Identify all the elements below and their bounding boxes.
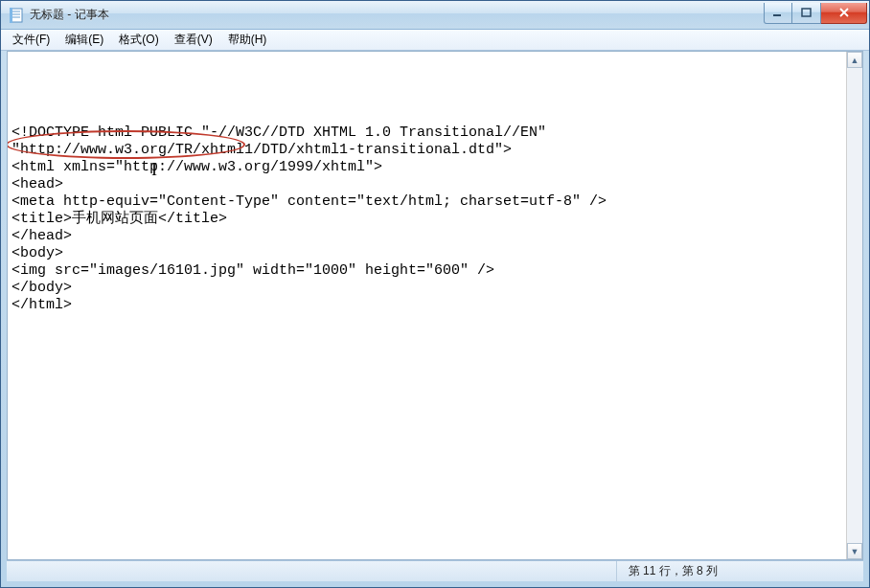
editor-line: <img src="images/16101.jpg" width="1000"… (11, 262, 842, 280)
editor-line: <head> (11, 176, 842, 193)
svg-rect-5 (773, 14, 781, 16)
editor-line: <html xmlns="http://www.w3.org/1999/xhtm… (11, 159, 842, 176)
menu-format[interactable]: 格式(O) (111, 30, 166, 50)
notepad-window: 无标题 - 记事本 文件(F) 编辑(E) 格式(O) 查看(V) 帮助(H) … (0, 0, 870, 588)
statusbar: 第 11 行，第 8 列 (7, 560, 863, 581)
editor-line: </head> (11, 228, 842, 245)
scroll-track[interactable] (847, 68, 862, 543)
editor-line: "http://www.w3.org/TR/xhtml1/DTD/xhtml1-… (11, 142, 842, 159)
svg-rect-4 (10, 8, 12, 23)
scroll-down-button[interactable]: ▼ (847, 543, 862, 559)
editor-line: <title>手机网站页面</title> (11, 211, 842, 228)
scroll-up-button[interactable]: ▲ (847, 52, 862, 68)
menu-help[interactable]: 帮助(H) (220, 30, 275, 50)
editor-container: I <!DOCTYPE html PUBLIC "-//W3C//DTD XHT… (7, 51, 863, 560)
menubar: 文件(F) 编辑(E) 格式(O) 查看(V) 帮助(H) (1, 30, 869, 51)
editor-line: </body> (11, 280, 842, 297)
editor-line: <meta http-equiv="Content-Type" content=… (11, 193, 842, 211)
vertical-scrollbar[interactable]: ▲ ▼ (846, 52, 862, 559)
text-editor[interactable]: I <!DOCTYPE html PUBLIC "-//W3C//DTD XHT… (8, 52, 846, 559)
maximize-button[interactable] (792, 3, 821, 24)
notepad-icon (9, 8, 24, 23)
editor-line: <body> (11, 245, 842, 262)
svg-rect-6 (802, 9, 811, 16)
cursor-position: 第 11 行，第 8 列 (616, 561, 729, 581)
menu-file[interactable]: 文件(F) (5, 30, 57, 50)
menu-edit[interactable]: 编辑(E) (57, 30, 111, 50)
editor-line: <!DOCTYPE html PUBLIC "-//W3C//DTD XHTML… (11, 124, 842, 142)
titlebar[interactable]: 无标题 - 记事本 (1, 1, 869, 30)
minimize-button[interactable] (764, 3, 792, 24)
window-controls (764, 3, 867, 24)
window-title: 无标题 - 记事本 (30, 7, 764, 23)
editor-line: </html> (11, 297, 842, 314)
menu-view[interactable]: 查看(V) (167, 30, 220, 50)
close-button[interactable] (821, 3, 867, 24)
